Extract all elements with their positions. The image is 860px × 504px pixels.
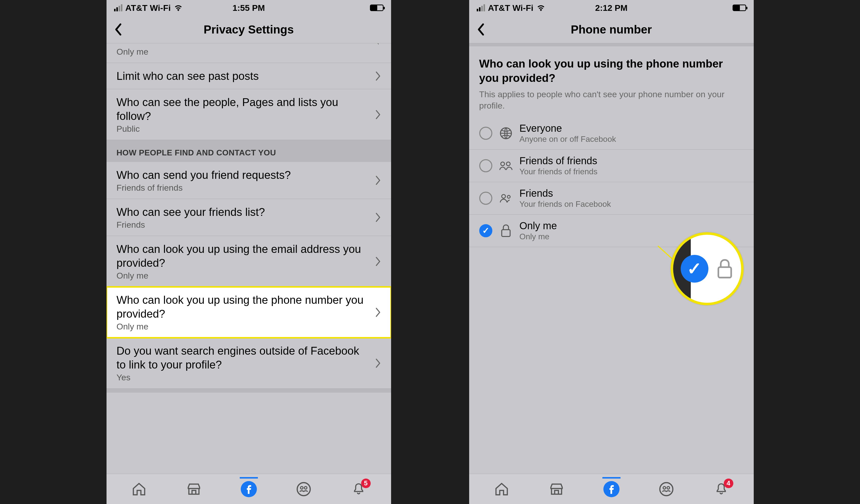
svg-point-5	[501, 162, 504, 166]
settings-row-lookup-email[interactable]: Who can look you up using the email addr…	[106, 236, 391, 287]
tab-facebook[interactable]	[602, 480, 620, 498]
wifi-icon	[536, 4, 545, 11]
row-title: Who can look you up using the phone numb…	[117, 293, 365, 321]
option-label: Friends	[519, 188, 744, 199]
bottom-tab-bar: 4	[469, 474, 754, 504]
radio-unselected[interactable]	[479, 127, 492, 140]
phone-privacy-settings: AT&T Wi-Fi 1:55 PM Privacy Settings Only…	[106, 0, 391, 504]
status-bar: AT&T Wi-Fi 2:12 PM	[469, 0, 754, 16]
clock: 1:55 PM	[232, 3, 265, 13]
chevron-right-icon	[375, 110, 381, 120]
friends-of-friends-icon	[499, 159, 513, 173]
svg-point-14	[667, 486, 669, 489]
option-desc: Anyone on or off Facebook	[519, 134, 744, 144]
row-title: Who can look you up using the email addr…	[117, 242, 365, 270]
tab-marketplace[interactable]	[547, 480, 565, 498]
chevron-right-icon	[375, 71, 381, 81]
svg-point-7	[502, 195, 505, 198]
svg-point-13	[663, 486, 665, 489]
settings-row-search-engines[interactable]: Do you want search engines outside of Fa…	[106, 338, 391, 389]
radio-unselected[interactable]	[479, 192, 492, 205]
option-desc: Your friends on Facebook	[519, 200, 744, 209]
svg-point-2	[300, 486, 303, 489]
row-subtitle: Public	[117, 124, 365, 134]
radio-unselected[interactable]	[479, 159, 492, 172]
tab-marketplace[interactable]	[185, 480, 203, 498]
question-title: Who can look you up using the phone numb…	[479, 56, 744, 85]
option-label: Everyone	[519, 123, 744, 134]
option-friends-of-friends[interactable]: Friends of friends Your friends of frien…	[469, 149, 754, 182]
row-subtitle: Friends of friends	[117, 183, 365, 193]
section-header-contact: HOW PEOPLE FIND AND CONTACT YOU	[106, 140, 391, 162]
svg-rect-10	[718, 267, 731, 277]
svg-point-3	[304, 486, 307, 489]
battery-icon	[370, 4, 384, 11]
chevron-right-icon	[374, 43, 381, 47]
settings-row-partial[interactable]: Only me	[106, 43, 391, 63]
option-friends[interactable]: Friends Your friends on Facebook	[469, 182, 754, 215]
battery-icon	[733, 4, 746, 11]
row-title: Do you want search engines outside of Fa…	[117, 344, 365, 372]
tab-groups[interactable]	[657, 480, 675, 498]
active-indicator	[602, 477, 620, 478]
option-label: Friends of friends	[519, 155, 744, 167]
wifi-icon	[174, 4, 183, 11]
row-subtitle: Friends	[117, 220, 365, 230]
notification-badge: 5	[361, 478, 371, 488]
signal-icon	[114, 4, 123, 11]
row-subtitle: Only me	[117, 47, 364, 57]
settings-row-friend-requests[interactable]: Who can send you friend requests? Friend…	[106, 162, 391, 199]
chevron-right-icon	[375, 358, 381, 368]
settings-row-who-can-see-follow[interactable]: Who can see the people, Pages and lists …	[106, 89, 391, 140]
tab-groups[interactable]	[295, 480, 313, 498]
settings-row-limit-past-posts[interactable]: Limit who can see past posts	[106, 63, 391, 89]
svg-point-6	[506, 162, 510, 166]
clock: 2:12 PM	[595, 3, 628, 13]
option-desc: Your friends of friends	[519, 167, 744, 176]
row-title: Who can see the people, Pages and lists …	[117, 95, 365, 123]
friends-icon	[499, 191, 513, 205]
back-button[interactable]	[477, 24, 484, 35]
lock-icon	[716, 257, 734, 280]
carrier-label: AT&T Wi-Fi	[125, 3, 171, 13]
row-subtitle: Only me	[117, 322, 365, 331]
svg-point-12	[660, 483, 673, 496]
chevron-right-icon	[375, 307, 381, 317]
status-bar: AT&T Wi-Fi 1:55 PM	[106, 0, 391, 16]
row-subtitle: Yes	[117, 373, 365, 382]
checkmark-icon: ✓	[681, 255, 708, 283]
phone-phone-number-privacy: AT&T Wi-Fi 2:12 PM Phone number Who can …	[469, 0, 754, 504]
tab-facebook[interactable]	[240, 480, 258, 498]
page-title: Phone number	[571, 23, 652, 36]
bottom-tab-bar: 5	[106, 474, 391, 504]
row-subtitle: Only me	[117, 271, 365, 280]
chevron-right-icon	[375, 175, 381, 185]
settings-row-lookup-phone[interactable]: Who can look you up using the phone numb…	[106, 287, 391, 338]
chevron-right-icon	[375, 256, 381, 267]
callout-magnifier: ✓	[671, 232, 744, 305]
globe-icon	[499, 126, 513, 140]
settings-row-friends-list[interactable]: Who can see your friends list? Friends	[106, 199, 391, 236]
active-indicator	[240, 477, 258, 478]
tab-notifications[interactable]: 5	[349, 480, 368, 498]
nav-header: Privacy Settings	[106, 16, 391, 43]
option-everyone[interactable]: Everyone Anyone on or off Facebook	[469, 117, 754, 149]
svg-point-8	[507, 196, 510, 198]
back-button[interactable]	[114, 24, 121, 35]
row-title: Who can send you friend requests?	[117, 168, 365, 182]
row-title: Limit who can see past posts	[117, 69, 365, 83]
signal-icon	[477, 4, 485, 11]
tab-home[interactable]	[130, 480, 148, 498]
tab-home[interactable]	[492, 480, 511, 498]
nav-header: Phone number	[469, 16, 754, 43]
notification-badge: 4	[724, 478, 733, 488]
page-title: Privacy Settings	[204, 23, 294, 36]
svg-rect-9	[502, 230, 510, 236]
lock-icon	[499, 224, 513, 238]
carrier-label: AT&T Wi-Fi	[488, 3, 533, 13]
question-block: Who can look you up using the phone numb…	[469, 46, 754, 117]
svg-point-1	[297, 483, 310, 496]
row-title: Who can see your friends list?	[117, 205, 365, 219]
tab-notifications[interactable]: 4	[712, 480, 730, 498]
radio-selected[interactable]	[479, 224, 492, 237]
